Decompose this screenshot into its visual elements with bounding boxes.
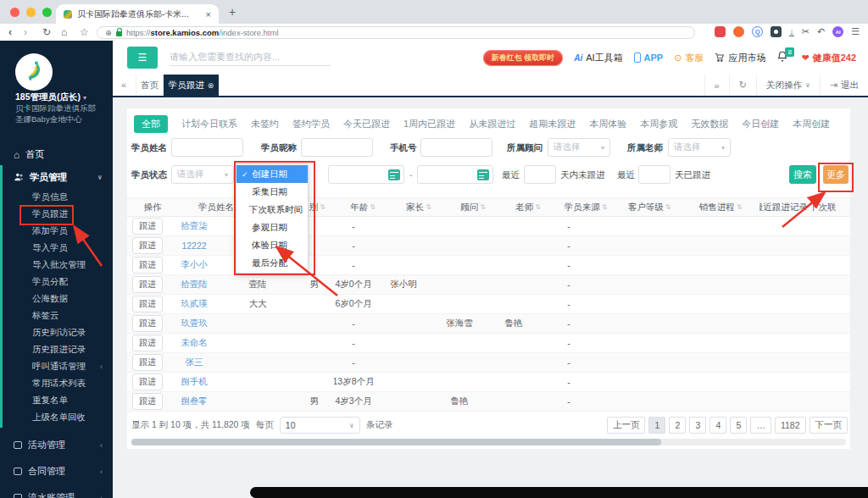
table-column-header[interactable]: 客户等级⇅ [617,198,682,216]
page-button[interactable]: 2 [669,417,686,434]
date-from-input[interactable] [328,165,404,184]
traffic-lights[interactable] [10,8,52,17]
student-name-link[interactable]: 未命名 [168,337,220,349]
table-column-header[interactable]: 学员来源⇅ [554,198,617,216]
sort-icon[interactable]: ⇅ [665,203,671,211]
ai-toolbox-button[interactable]: Ai AI工具箱 [574,52,622,64]
bookmark-star-icon[interactable]: ☆ [80,25,89,39]
page-button[interactable]: 1 [648,417,665,434]
horizontal-scrollbar[interactable] [131,439,846,445]
student-name-link[interactable]: 12222 [168,241,220,251]
follow-up-button[interactable]: 跟进 [132,257,163,274]
table-column-header[interactable]: 下次联 [810,198,838,216]
zoom-window-button[interactable] [42,8,52,17]
sidebar-toggle-button[interactable]: ☰ [127,47,158,69]
download-icon[interactable]: ↓ [789,27,794,36]
refresh-tab-button[interactable]: ↻ [729,75,756,96]
student-name-link[interactable]: 拾壹柒 [168,220,220,232]
filter-tab[interactable]: 全部 [134,115,168,133]
browser-menu-icon[interactable]: ☰ [851,26,860,37]
page-button[interactable]: … [750,417,771,434]
follow-up-button[interactable]: 跟进 [132,354,163,371]
health-score[interactable]: ❤ 健康值242 [801,52,856,64]
page-button[interactable]: 1182 [775,417,806,434]
sidebar-submenu-item[interactable]: 历史到访记录 [0,324,113,341]
page-button[interactable]: 上一页 [607,417,646,434]
advisor-select[interactable]: 请选择▾ [548,138,610,157]
more-button[interactable]: 更多 [823,165,849,184]
dropdown-option[interactable]: 最后分配 [236,254,308,272]
sidebar-section-collapsed[interactable]: 活动管理 ‹ [0,432,113,458]
per-page-select[interactable]: 10∨ [280,417,360,434]
sidebar-section-collapsed[interactable]: 合同管理 ‹ [0,458,113,484]
app-button[interactable]: APP [634,53,664,63]
promo-banner[interactable]: 新春红包 领取即时 [483,50,564,66]
scissors-icon[interactable]: ✂ [802,26,810,37]
sidebar-item-home[interactable]: ⌂ 首页 [14,148,44,161]
table-column-header[interactable]: 销售进程⇅ [682,198,760,216]
filter-tab[interactable]: 本周创建 [793,118,830,130]
filter-tab[interactable]: 签约学员 [292,118,330,130]
student-name-link[interactable]: 张三 [168,357,220,368]
sort-icon[interactable]: ⇅ [370,203,376,211]
user-menu[interactable]: 185管理员(店长) ▾ [15,91,86,103]
browser-tab[interactable]: 贝卡国际跆拳道俱乐部-卡米... × [56,4,219,24]
reload-icon[interactable]: ↻ [42,25,51,39]
customer-service-button[interactable]: ⊙ 客服 [674,52,704,64]
table-column-header[interactable]: 操作 [127,198,180,216]
notifications-button[interactable]: 8 [776,50,790,65]
page-button[interactable]: 下一页 [810,417,849,434]
sidebar-section-collapsed[interactable]: 流水账管理 ‹ [0,484,113,498]
table-column-header[interactable]: 老师⇅ [502,198,554,216]
student-name-link[interactable]: 玖贰瑛 [168,298,220,310]
sort-icon[interactable]: ⇅ [426,203,431,211]
tab-close-circle-icon[interactable]: ⊗ [208,81,214,90]
minimize-window-button[interactable] [26,8,36,17]
dropdown-option[interactable]: 参观日期 [236,219,308,236]
sidebar-submenu-item[interactable]: 学员跟进 [0,206,113,223]
orange-extension-icon[interactable] [733,26,744,37]
avatar[interactable] [15,53,53,91]
undo-icon[interactable]: ↶ [817,26,825,37]
global-search-input[interactable] [170,48,331,66]
follow-up-button[interactable]: 跟进 [132,335,163,351]
follow-up-button[interactable]: 跟进 [132,237,163,254]
filter-tab[interactable]: 超期未跟进 [529,118,576,130]
status-select[interactable]: 请选择▾ [171,165,234,184]
scroll-tabs-right-button[interactable]: » [704,75,729,96]
close-operations-dropdown[interactable]: 关闭操作 ∨ [756,75,820,96]
filter-tab[interactable]: 计划今日联系 [181,118,237,130]
tab-home[interactable]: 首页 [136,75,164,96]
name-input[interactable] [171,138,243,157]
sort-icon[interactable]: ⇅ [480,203,486,211]
ai-extension-icon[interactable]: AI [832,26,843,37]
camera-extension-icon[interactable] [771,26,782,37]
q-extension-icon[interactable]: Q [752,26,763,37]
search-button[interactable]: 搜索 [789,165,816,184]
teacher-select[interactable]: 请选择▾ [668,138,731,157]
sidebar-submenu-item[interactable]: 呼叫通话管理 ‹ [0,358,113,375]
sort-icon[interactable]: ⇅ [535,203,541,211]
filter-tab[interactable]: 本周参观 [640,118,677,130]
filter-tab[interactable]: 无效数据 [691,118,728,130]
tab-close-icon[interactable]: × [206,9,211,19]
page-button[interactable]: 5 [730,417,747,434]
days-no-follow-input[interactable] [524,165,556,184]
sort-icon[interactable]: ⇅ [602,203,608,211]
sidebar-submenu-item[interactable]: 公海数据 [0,290,113,307]
exit-button[interactable]: ⇥ 退出 [820,75,868,96]
sidebar-submenu-item[interactable]: 导入学员 [0,240,113,257]
sidebar-submenu-item[interactable]: 学员分配 [0,274,113,290]
follow-up-button[interactable]: 跟进 [132,276,163,293]
student-name-link[interactable]: 拾壹陆 [168,279,220,290]
sidebar-section-student-mgmt[interactable]: 学员管理 ∨ [0,169,113,185]
filter-tab[interactable]: 未签约 [251,118,279,130]
sidebar-submenu-item[interactable]: 常用话术列表 [0,375,113,392]
table-column-header[interactable]: 年龄⇅ [332,198,393,216]
page-button[interactable]: 3 [689,417,706,434]
days-followed-input[interactable] [638,165,670,184]
shield-icon[interactable]: ⊕ [105,28,112,37]
student-name-link[interactable]: 李小小 [168,259,220,271]
follow-up-button[interactable]: 跟进 [132,315,163,332]
table-column-header[interactable]: 家长⇅ [393,198,444,216]
